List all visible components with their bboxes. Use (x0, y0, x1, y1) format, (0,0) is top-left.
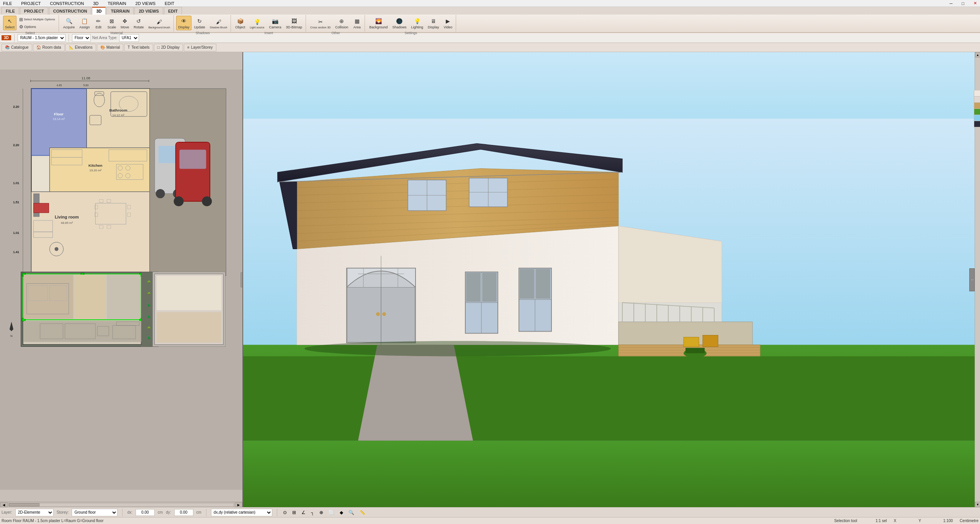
rotate-icon: ↺ (134, 17, 143, 25)
palette-color-3[interactable] (974, 103, 980, 109)
window-close[interactable]: ✕ (972, 1, 978, 6)
scale-button[interactable]: ⊠ Scale (105, 16, 118, 30)
scroll-thumb[interactable] (9, 503, 39, 506)
move-icon: ✥ (121, 17, 129, 25)
tab-project[interactable]: PROJECT (20, 7, 48, 15)
lighting-button[interactable]: 💡 Lighting (409, 16, 425, 30)
cross-section-button[interactable]: ✂ Cross section 3D (308, 16, 332, 30)
ruler-icon[interactable]: 📏 (358, 510, 366, 515)
cross-section-label: Cross section 3D (310, 26, 330, 29)
tab-construction[interactable]: CONSTRUCTION (49, 7, 92, 15)
tab-edit[interactable]: EDIT (164, 7, 182, 15)
bottom-sep-2 (206, 509, 206, 516)
svg-text:Floor: Floor (54, 112, 64, 116)
layer-storey-label: Layer/Storey (191, 45, 213, 49)
menu-3d[interactable]: 3D (92, 1, 100, 6)
shadow-brush-button[interactable]: 🖌 Shadow Brush (208, 16, 229, 30)
angle-snap-icon[interactable]: ∠ (300, 510, 307, 515)
palette-color-5[interactable] (974, 115, 980, 121)
options-button[interactable]: ⚙ Options (17, 23, 57, 30)
edit-material-button[interactable]: ✏ Edit (92, 16, 105, 30)
window-maximize[interactable]: □ (960, 1, 966, 6)
tab-3d[interactable]: 3D (92, 7, 106, 15)
left-panel[interactable]: 11.08 Floor 19.14 m² Bathroom 14.12 m² K… (0, 52, 243, 507)
light-source-button[interactable]: 💡 Light source (248, 16, 266, 30)
display-label: Display (178, 25, 190, 29)
tab-2d-display[interactable]: □ 2D Display (154, 44, 183, 51)
menu-file[interactable]: FILE (2, 1, 13, 6)
svg-text:N: N (10, 334, 13, 338)
tab-room-data[interactable]: 🏠 Room data (33, 44, 65, 51)
scroll-track[interactable] (8, 503, 234, 507)
dx-input[interactable] (136, 509, 155, 516)
menu-bar: FILE PROJECT CONSTRUCTION 3D TERRAIN 2D … (0, 0, 980, 7)
tab-2dviews[interactable]: 2D VIEWS (134, 7, 163, 15)
menu-edit[interactable]: EDIT (163, 1, 176, 6)
menu-project[interactable]: PROJECT (20, 1, 42, 6)
ortho-icon[interactable]: ┐ (310, 510, 316, 515)
panel-splitter[interactable] (241, 272, 243, 287)
menu-construction[interactable]: CONSTRUCTION (49, 1, 86, 6)
window-minimize[interactable]: ─ (948, 1, 954, 6)
palette-color-1[interactable] (974, 90, 980, 97)
status-scale-label: 1:1 sel (875, 519, 887, 523)
zoom-icon[interactable]: 🔍 (347, 510, 355, 515)
storey-select[interactable]: Ground floor (72, 509, 118, 516)
multiple-button[interactable]: ⊞ Select Multiple Options (17, 16, 57, 23)
tab-layer-storey[interactable]: ≡ Layer/Storey (184, 44, 216, 51)
collision-label: Collision (335, 25, 348, 29)
palette-color-2[interactable] (974, 97, 980, 103)
palette-color-4[interactable] (974, 109, 980, 115)
right-scroll-up[interactable]: ▲ (975, 52, 980, 57)
bg-brush-button[interactable]: 🖌 Background brush (146, 16, 172, 30)
video-button[interactable]: ▶ Video (442, 16, 454, 30)
floor-select[interactable]: Floor (72, 34, 91, 42)
status-tool: Selection tool (834, 519, 857, 523)
tab-file[interactable]: FILE (2, 7, 19, 15)
menu-terrain[interactable]: TERRAIN (106, 1, 128, 6)
layer-select[interactable]: 2D-Elemente (15, 509, 54, 516)
measure-icon[interactable]: ⊕ (318, 510, 324, 515)
dy-input[interactable] (174, 509, 193, 516)
shadows-settings-button[interactable]: 🌑 Shadows (390, 16, 408, 30)
acquire-button[interactable]: 🔍 Acquire (61, 16, 77, 30)
3d-bitmap-button[interactable]: 🖼 3D-Bitmap (284, 16, 304, 30)
rotate-button[interactable]: ↺ Rotate (132, 16, 146, 30)
menu-2dviews[interactable]: 2D VIEWS (134, 1, 157, 6)
svg-text:🌳: 🌳 (147, 292, 151, 296)
tab-material[interactable]: 🎨 Material (97, 44, 124, 51)
move-button[interactable]: ✥ Move (119, 16, 131, 30)
scroll-left-btn[interactable]: ◄ (0, 503, 8, 507)
object-button[interactable]: 📦 Object (233, 16, 247, 30)
collision-button[interactable]: ⊕ Collision (333, 16, 350, 30)
raum-select[interactable]: RAUM - 1.5cm plaster (18, 34, 65, 42)
background-settings-button[interactable]: 🌄 Background (367, 16, 389, 30)
display-button[interactable]: 👁 Display (176, 16, 191, 30)
left-scrollbar[interactable]: ◄ ► (0, 502, 242, 507)
update-button[interactable]: ↻ Update (192, 16, 207, 30)
background-settings-label: Background (369, 25, 388, 29)
ufa1-select[interactable]: UFA1 (119, 34, 139, 42)
svg-text:🌳: 🌳 (147, 326, 151, 330)
3d-view-icon[interactable]: ◆ (339, 510, 344, 515)
tab-text-labels[interactable]: T Text labels (124, 44, 153, 51)
tab-catalogue[interactable]: 📚 Catalogue (2, 44, 32, 51)
grid-icon[interactable]: ⊞ (291, 510, 297, 515)
camera-button[interactable]: 📷 Camera (267, 16, 283, 30)
palette-color-6[interactable] (974, 121, 980, 127)
area-button[interactable]: ▦ Area (351, 16, 363, 30)
select-button[interactable]: ↖ Select (3, 16, 16, 30)
scroll-right-btn[interactable]: ► (235, 503, 242, 507)
right-panel[interactable]: ▲ ▼ ⋮ (243, 52, 980, 507)
properties-tab[interactable]: ⋮ (969, 268, 975, 291)
floor-plan-icon[interactable]: ⬜ (327, 510, 335, 515)
snap-icon[interactable]: ⊙ (282, 510, 288, 515)
right-scroll-down[interactable]: ▼ (975, 502, 980, 507)
area-label: Area (353, 25, 361, 29)
status-scale: 1:100 (943, 519, 953, 523)
tab-elevations[interactable]: 📐 Elevations (65, 44, 96, 51)
assign-button[interactable]: 📋 Assign (77, 16, 92, 30)
tab-terrain[interactable]: TERRAIN (106, 7, 134, 15)
coord-mode-select[interactable]: dx,dy (relative cartesian) (211, 509, 272, 516)
display-settings-button[interactable]: 🖥 Display (426, 16, 441, 30)
